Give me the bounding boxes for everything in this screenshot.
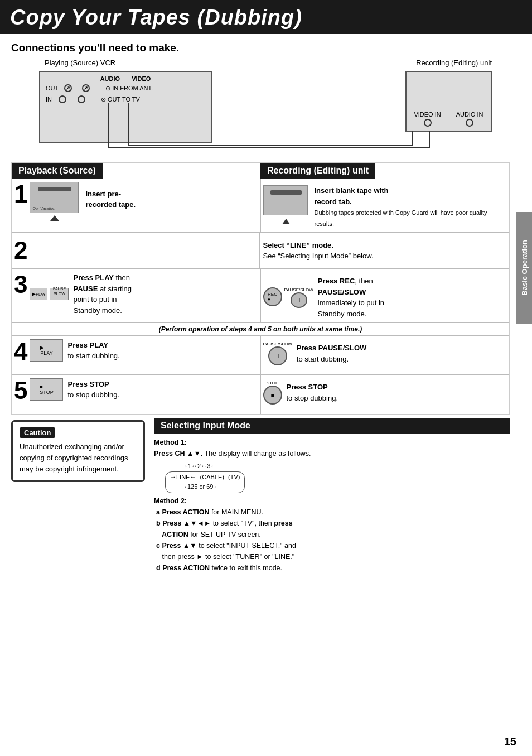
pause-slow-btn-img: PAUSESLOWII <box>50 288 69 300</box>
recording-unit-label: Recording (Editing) unit <box>416 59 492 67</box>
rec-video-in <box>424 119 432 127</box>
step-3-number: 3 <box>14 272 27 297</box>
recording-ports: VIDEO IN AUDIO IN <box>407 111 491 127</box>
side-tab-label: Basic Operation <box>520 240 529 296</box>
step-1-note: Dubbing tapes protected with Copy Guard … <box>315 209 487 227</box>
step-4-left: 4 ▶PLAY Press PLAY to start dubbing. <box>12 336 261 374</box>
step-4-right: PAUSE/SLOW II Press PAUSE/SLOW to start … <box>261 336 510 374</box>
selecting-body: Method 1: Press CH ▲▼. The display will … <box>154 437 510 574</box>
blank-tape-img <box>263 185 309 220</box>
step-1-right: Insert blank tape withrecord tab. Dubbin… <box>261 179 510 232</box>
in-row: IN ⊙ OUT TO TV <box>46 95 205 103</box>
step-3-right-text: Press REC, then PAUSE/SLOW immediately t… <box>318 276 384 319</box>
step-4-number: 4 <box>14 339 27 364</box>
main-content: Connections you'll need to make. Playing… <box>0 34 532 581</box>
step-2-left: 2 <box>12 233 260 268</box>
out-row: OUT ↗ ↗ ⊙ IN FROM ANT. <box>46 84 205 92</box>
selecting-input-mode: Selecting Input Mode Method 1: Press CH … <box>145 418 510 574</box>
step-4-left-content: ▶PLAY Press PLAY to start dubbing. <box>30 339 119 362</box>
step-5-left: 5 ■STOP Press STOP to stop dubbing. <box>12 375 261 414</box>
step-3-right: REC● PAUSE/SLOW II Press REC, then PAUSE… <box>261 269 510 322</box>
rec-audio-in <box>466 119 473 127</box>
step-5-left-text: Press STOP to stop dubbing. <box>67 379 119 401</box>
prerecorded-tape-img: Our Vacation <box>30 182 80 216</box>
step-1-left: 1 Our Vacation Insert pre-recorded tape. <box>12 179 261 232</box>
step-2-number: 2 <box>14 238 27 263</box>
step-3-area: 3 ▶PLAY PAUSESLOWII Press PLAY then PAUS… <box>12 269 509 336</box>
step-1-right-text: Insert blank tape withrecord tab. Dubbin… <box>315 185 507 229</box>
rec-pause-btns: REC● PAUSE/SLOW II <box>263 287 313 308</box>
steps-area: Playback (Source) Recording (Editing) un… <box>11 162 510 415</box>
ports-header: AUDIO VIDEO <box>46 75 205 82</box>
method2-label: Method 2: <box>154 495 510 507</box>
step-3-left: 3 ▶PLAY PAUSESLOWII Press PLAY then PAUS… <box>12 269 261 322</box>
rec-btn-img: REC● <box>263 287 282 306</box>
step-4-right-text: Press PAUSE/SLOW to start dubbing. <box>297 343 366 364</box>
step-2-row: 2 Select “LINE” mode. See “Selecting Inp… <box>12 233 509 269</box>
step-1-left-text: Insert pre-recorded tape. <box>85 189 136 210</box>
connections-title: Connections you'll need to make. <box>11 42 510 54</box>
headers-row: Playback (Source) Recording (Editing) un… <box>12 163 509 179</box>
stop-btn-5-img: ■STOP <box>30 378 63 401</box>
flow-line-box: →LINE← (CABLE) (TV) →125 or 69← <box>165 471 245 493</box>
audio-out-port: ↗ <box>64 84 72 92</box>
step-3-left-content: ▶PLAY PAUSESLOWII Press PLAY then PAUSE … <box>30 272 132 316</box>
perform-note: (Perform operation of steps 4 and 5 on b… <box>12 323 509 336</box>
playing-vcr-label: Playing (Source) VCR <box>45 59 115 67</box>
caution-box: Caution Unauthorized exchanging and/or c… <box>11 420 145 482</box>
flow-diagram: →1↔2↔3← →LINE← (CABLE) (TV) →125 or 69← <box>165 461 510 493</box>
pause-slow-btn-round: II <box>291 292 307 308</box>
playing-vcr-box: AUDIO VIDEO OUT ↗ ↗ ⊙ IN FROM ANT. IN ⊙ … <box>39 71 212 143</box>
audio-in-port <box>59 95 66 103</box>
step-3-row: 3 ▶PLAY PAUSESLOWII Press PLAY then PAUS… <box>12 269 509 323</box>
play-btn-4-img: ▶PLAY <box>30 339 63 362</box>
playback-header-cell: Playback (Source) <box>12 163 260 179</box>
video-in-port <box>78 95 85 103</box>
bottom-area: Caution Unauthorized exchanging and/or c… <box>11 418 510 574</box>
method2-step-a: a Press ACTION for MAIN MENU. <box>156 507 510 518</box>
step-1-left-content: Our Vacation Insert pre-recorded tape. <box>30 182 136 216</box>
side-tab: Basic Operation <box>516 212 532 324</box>
method2-step-d: d Press ACTION twice to exit this mode. <box>156 562 510 574</box>
caution-text: Unauthorized exchanging and/or copying o… <box>20 441 137 475</box>
method1-label: Method 1: <box>154 437 510 448</box>
method1-text: Press CH ▲▼. The display will change as … <box>154 448 510 459</box>
stop-round-5-img: STOP ■ <box>263 381 282 405</box>
page-number: 15 <box>504 735 516 748</box>
step-4-left-text: Press PLAY to start dubbing. <box>67 340 119 362</box>
step-4-row: 4 ▶PLAY Press PLAY to start dubbing. PAU… <box>12 336 509 375</box>
playback-header: Playback (Source) <box>12 163 103 179</box>
step-2-text: Select “LINE” mode. See “Selecting Input… <box>263 240 374 262</box>
play-btn-img: ▶PLAY <box>30 288 47 300</box>
step-1-number: 1 <box>14 182 27 206</box>
step-5-right: STOP ■ Press STOP to stop dubbing. <box>261 375 510 414</box>
page-title: Copy Your Tapes (Dubbing) <box>0 0 532 34</box>
recording-header: Recording (Editing) unit <box>260 163 375 179</box>
connections-diagram: Playing (Source) VCR Recording (Editing)… <box>11 59 510 159</box>
play-pause-btns: ▶PLAY PAUSESLOWII <box>30 288 69 300</box>
step-1-row: 1 Our Vacation Insert pre-recorded tape. <box>12 179 509 233</box>
step-3-left-text: Press PLAY then PAUSE at starting point … <box>73 272 132 316</box>
method2-step-c: c Press ▲▼ to select "INPUT SELECT," and… <box>156 540 510 562</box>
method2-step-b: b Press ▲▼◄► to select "TV", then press … <box>156 518 510 540</box>
pause-slow-4-img: PAUSE/SLOW II <box>263 341 292 365</box>
caution-title: Caution <box>20 427 55 438</box>
step-5-row: 5 ■STOP Press STOP to stop dubbing. STOP… <box>12 375 509 414</box>
step-5-number: 5 <box>14 378 27 403</box>
recording-unit-box: VIDEO IN AUDIO IN <box>405 71 492 132</box>
step-2-right: Select “LINE” mode. See “Selecting Input… <box>260 235 510 266</box>
method2-steps: a Press ACTION for MAIN MENU. b Press ▲▼… <box>156 507 510 574</box>
video-out-port: ↗ <box>82 84 90 92</box>
recording-header-cell: Recording (Editing) unit <box>260 163 509 179</box>
step-5-right-text: Press STOP to stop dubbing. <box>287 382 338 403</box>
step-5-left-content: ■STOP Press STOP to stop dubbing. <box>30 378 119 401</box>
pause-slow-label-img: PAUSE/SLOW <box>284 287 313 292</box>
selecting-header: Selecting Input Mode <box>154 418 510 434</box>
